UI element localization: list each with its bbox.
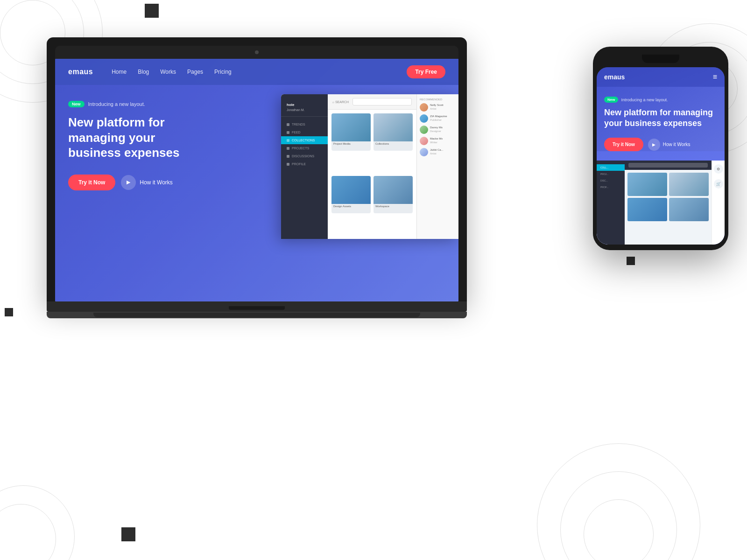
site-nav-links: Home Blog Works Pages Pricing (112, 69, 407, 75)
phone-app-header (625, 161, 712, 170)
phone-how-it-works-button[interactable]: ▶ How it Works (648, 139, 691, 151)
play-icon: ▶ (121, 175, 136, 190)
badge-tag: New (68, 101, 85, 107)
phone-screen: emaus ≡ New Introducing a new layout. Ne… (597, 67, 725, 245)
nav-link-blog[interactable]: Blog (138, 69, 149, 75)
hero-content: New Introducing a new layout. New platfo… (68, 99, 445, 301)
square-decoration (145, 4, 159, 18)
laptop-camera-bar (55, 46, 458, 59)
phone-logo: emaus (604, 73, 713, 81)
nav-link-home[interactable]: Home (112, 69, 127, 75)
phone-card-3 (627, 198, 667, 221)
phone-how-label: How it Works (663, 142, 691, 147)
hero-buttons: Try it Now ▶ How it Works (68, 175, 445, 190)
cart-icon[interactable]: 🛒 (714, 179, 723, 189)
nav-link-works[interactable]: Works (160, 69, 176, 75)
laptop-body: emaus Home Blog Works Pages Pricing Try … (47, 37, 467, 301)
site-navbar: emaus Home Blog Works Pages Pricing Try … (55, 59, 458, 85)
phone-navbar: emaus ≡ (597, 67, 725, 87)
square-decoration (5, 308, 13, 316)
phone-card-2 (669, 173, 709, 196)
phone-notch (642, 55, 679, 63)
site-hero: New Introducing a new layout. New platfo… (55, 85, 458, 301)
square-decoration (121, 527, 135, 541)
phone-sidebar-item-profile[interactable]: PROF... (597, 184, 625, 190)
badge-text: Introducing a new layout. (88, 101, 145, 107)
phone-new-badge: New Introducing a new layout. (604, 97, 668, 103)
nav-link-pages[interactable]: Pages (187, 69, 203, 75)
phone-try-now-button[interactable]: Try it Now (604, 138, 643, 151)
laptop-stand (47, 312, 467, 318)
site-logo: emaus (68, 68, 93, 76)
laptop-camera (255, 50, 259, 54)
laptop-foot (93, 313, 420, 317)
phone-notch-bar (597, 52, 725, 65)
phone-app-main (625, 161, 712, 245)
hamburger-icon[interactable]: ≡ (713, 73, 717, 81)
phone-hero-title: New platform for managing your business … (604, 107, 717, 128)
phone-sidebar-item-projects[interactable]: PROJ... (597, 171, 625, 177)
laptop-hinge (229, 306, 285, 310)
laptop-base (47, 301, 467, 312)
main-content: emaus Home Blog Works Pages Pricing Try … (47, 23, 700, 523)
new-badge: New Introducing a new layout. (68, 101, 145, 107)
try-free-button[interactable]: Try Free (407, 65, 445, 78)
phone-card-1 (627, 173, 667, 196)
nav-link-pricing[interactable]: Pricing (214, 69, 232, 75)
laptop-device: emaus Home Blog Works Pages Pricing Try … (47, 37, 467, 318)
phone-right-actions: ⚙ 🛒 (712, 161, 725, 245)
phone-badge-tag: New (604, 97, 618, 103)
settings-icon[interactable]: ⚙ (714, 164, 723, 174)
phone-play-icon: ▶ (648, 139, 660, 151)
try-now-button[interactable]: Try it Now (68, 175, 115, 190)
phone-device: emaus ≡ New Introducing a new layout. Ne… (593, 47, 728, 250)
phone-app-grid (625, 170, 712, 224)
laptop-screen: emaus Home Blog Works Pages Pricing Try … (55, 59, 458, 301)
phone-hero: New Introducing a new layout. New platfo… (597, 87, 725, 151)
phone-badge-text: Introducing a new layout. (621, 98, 668, 102)
phone-search-input[interactable] (628, 163, 708, 168)
hero-title: New platform for managing your business … (68, 115, 199, 161)
how-it-works-label: How it Works (140, 179, 172, 186)
phone-body: emaus ≡ New Introducing a new layout. Ne… (593, 47, 728, 250)
phone-app-sidebar: COLL... PROJ... DISC... PROF... (597, 161, 625, 245)
phone-hero-buttons: Try it Now ▶ How it Works (604, 138, 717, 151)
how-it-works-button[interactable]: ▶ How it Works (121, 175, 172, 190)
phone-app-screenshot: COLL... PROJ... DISC... PROF... (597, 161, 725, 245)
phone-sidebar-item-discuss[interactable]: DISC... (597, 177, 625, 184)
phone-sidebar-item-collections[interactable]: COLL... (597, 164, 625, 171)
phone-card-4 (669, 198, 709, 221)
